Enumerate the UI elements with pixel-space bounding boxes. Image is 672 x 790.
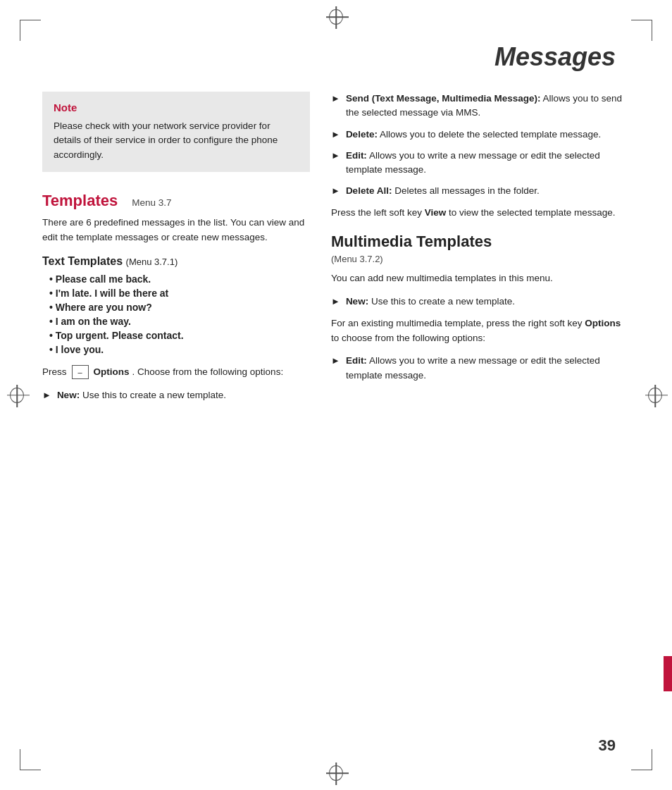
reg-mark-right — [648, 388, 662, 402]
corner-mark-bl — [20, 749, 41, 770]
arrow-icon: ► — [42, 388, 51, 402]
arrow-icon: ► — [331, 295, 340, 309]
corner-mark-tl — [20, 20, 41, 41]
multimedia-desc: You can add new multimedia templates in … — [331, 271, 630, 286]
list-item: Please call me back. — [42, 273, 310, 285]
reg-mark-top — [329, 10, 343, 24]
reg-mark-left — [10, 388, 24, 402]
note-box: Note Please check with your network serv… — [42, 92, 310, 172]
note-text: Please check with your network service p… — [54, 119, 299, 162]
main-content: Note Please check with your network serv… — [42, 92, 630, 734]
text-templates-list: Please call me back. I'm late. I will be… — [42, 273, 310, 355]
delete-item: ► Delete: Allows you to delete the selec… — [331, 128, 630, 142]
arrow-icon: ► — [331, 128, 340, 142]
page-title: Messages — [494, 42, 616, 72]
multimedia-new-item: ► New: Use this to create a new template… — [331, 295, 630, 309]
reg-mark-bottom — [329, 766, 343, 780]
edit-item: ► Edit: Allows you to write a new messag… — [331, 149, 630, 178]
left-column: Note Please check with your network serv… — [42, 92, 310, 734]
corner-mark-br — [631, 749, 652, 770]
right-column: ► Send (Text Message, Multimedia Message… — [331, 92, 630, 734]
templates-header: Templates Menu 3.7 — [42, 192, 310, 210]
list-item: I am on the way. — [42, 316, 310, 327]
arrow-icon: ► — [331, 149, 340, 178]
for-existing-text: For an existing multimedia template, pre… — [331, 316, 630, 346]
multimedia-menu-ref: (Menu 3.7.2) — [331, 254, 630, 264]
text-templates-title: Text Templates (Menu 3.7.1) — [42, 255, 310, 268]
send-item: ► Send (Text Message, Multimedia Message… — [331, 92, 630, 121]
corner-mark-tr — [631, 20, 652, 41]
press-view-text: Press the left soft key View to view the… — [331, 206, 630, 221]
list-item: I love you. — [42, 344, 310, 355]
arrow-icon: ► — [331, 184, 340, 198]
red-accent-bar — [664, 656, 672, 691]
templates-description: There are 6 predefined messages in the l… — [42, 216, 310, 245]
options-icon: – — [72, 365, 89, 379]
list-item: Where are you now? — [42, 302, 310, 313]
list-item: Top urgent. Please contact. — [42, 330, 310, 341]
templates-menu-ref: Menu 3.7 — [132, 197, 171, 208]
note-title: Note — [54, 101, 299, 113]
new-template-item: ► New: Use this to create a new template… — [42, 388, 310, 402]
page-number: 39 — [599, 736, 616, 755]
templates-title: Templates — [42, 192, 118, 210]
arrow-icon: ► — [331, 354, 340, 383]
multimedia-templates-title: Multimedia Templates — [331, 233, 630, 251]
arrow-icon: ► — [331, 92, 340, 121]
press-options-text: Press – Options . Choose from the follow… — [42, 365, 310, 380]
delete-all-item: ► Delete All: Deletes all messages in th… — [331, 184, 630, 198]
multimedia-edit-item: ► Edit: Allows you to write a new messag… — [331, 354, 630, 383]
list-item: I'm late. I will be there at — [42, 288, 310, 299]
